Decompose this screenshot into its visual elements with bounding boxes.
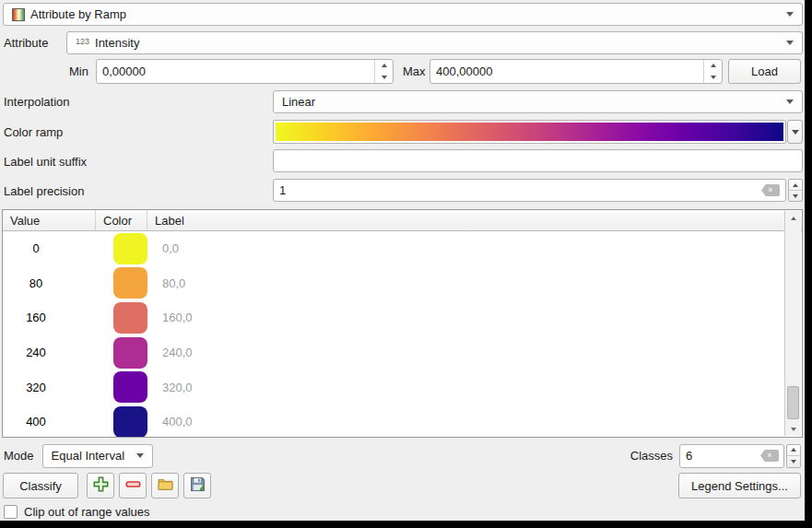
max-spin-up[interactable] [704, 60, 722, 72]
chevron-down-icon [136, 453, 144, 458]
load-button[interactable]: Load [728, 59, 801, 84]
save-ramp-button[interactable] [183, 473, 211, 499]
interpolation-label: Interpolation [4, 95, 70, 109]
class-color-swatch[interactable] [113, 267, 147, 299]
label-precision-field[interactable]: × [273, 179, 786, 202]
attribute-by-ramp-panel: Attribute by Ramp Attribute 123 Intensit… [0, 0, 805, 521]
classes-label: Classes [630, 449, 673, 463]
classes-spin-up[interactable] [787, 445, 800, 456]
class-color-swatch[interactable] [113, 337, 147, 369]
chevron-down-icon [786, 41, 794, 45]
table-scrollbar[interactable] [784, 211, 801, 436]
screenshot-frame: Attribute by Ramp Attribute 123 Intensit… [0, 0, 812, 528]
folder-icon [158, 476, 173, 495]
clear-value-icon[interactable]: × [760, 450, 779, 462]
mode-classes-row: Mode Equal Interval Classes × [4, 443, 801, 468]
color-ramp-menu-button[interactable] [787, 120, 803, 144]
chevron-down-icon [786, 100, 794, 104]
scrollbar-thumb[interactable] [787, 386, 799, 419]
class-label[interactable]: 400,0 [147, 415, 193, 428]
color-ramp-button[interactable] [273, 120, 786, 144]
table-row[interactable]: 160 160,0 [3, 300, 802, 335]
interpolation-select-value: Linear [282, 95, 315, 109]
attribute-select-value: Intensity [95, 36, 139, 50]
chevron-down-icon [786, 12, 794, 17]
table-row[interactable]: 320 320,0 [3, 370, 802, 405]
save-icon [190, 476, 206, 495]
classes-spin-down[interactable] [787, 455, 800, 467]
classes-spinner[interactable] [786, 444, 801, 468]
load-ramp-button[interactable] [151, 473, 179, 499]
max-label: Max [403, 65, 426, 78]
min-label: Min [69, 65, 88, 78]
classes-table: Value Color Label 0 0,0 80 80,0 160 160,… [2, 209, 803, 438]
label-unit-suffix-input[interactable] [274, 150, 802, 171]
numeric-field-icon: 123 [76, 37, 89, 46]
class-label[interactable]: 320,0 [147, 381, 193, 394]
min-spinbox[interactable] [96, 59, 394, 84]
table-row[interactable]: 0 0,0 [3, 231, 802, 266]
class-value[interactable]: 400 [3, 415, 69, 428]
class-label[interactable]: 160,0 [147, 311, 193, 324]
color-ramp-label: Color ramp [4, 125, 63, 139]
remove-class-button[interactable] [119, 473, 147, 499]
classes-spinbox[interactable]: × [679, 444, 784, 468]
table-row[interactable]: 400 400,0 [3, 405, 802, 438]
class-value[interactable]: 240 [3, 346, 69, 359]
table-header: Value Color Label [3, 210, 802, 231]
clip-checkbox[interactable] [4, 505, 18, 519]
classify-button[interactable]: Classify [3, 473, 78, 499]
attribute-select[interactable]: 123 Intensity [66, 31, 803, 54]
class-value[interactable]: 160 [3, 311, 69, 324]
actions-row: Classify [3, 473, 801, 499]
class-color-swatch[interactable] [113, 371, 147, 403]
precision-spin-up[interactable] [789, 180, 802, 190]
column-header-label: Label [147, 210, 802, 230]
scroll-down-icon[interactable] [785, 422, 801, 436]
label-precision-spinner[interactable] [788, 179, 803, 202]
minus-icon [125, 476, 141, 495]
class-label[interactable]: 0,0 [147, 241, 179, 255]
mode-select-value: Equal Interval [52, 449, 125, 463]
label-precision-label: Label precision [4, 184, 84, 198]
renderer-select[interactable]: Attribute by Ramp [3, 3, 803, 26]
renderer-select-value: Attribute by Ramp [30, 7, 126, 21]
classes-input[interactable] [680, 445, 760, 467]
column-header-value: Value [3, 210, 96, 230]
column-header-color: Color [96, 210, 147, 230]
table-row[interactable]: 80 80,0 [3, 266, 802, 301]
mode-select[interactable]: Equal Interval [42, 444, 153, 468]
interpolation-select[interactable]: Linear [273, 90, 803, 113]
max-spin-down[interactable] [704, 72, 722, 84]
label-unit-suffix-label: Label unit suffix [4, 155, 87, 169]
plus-icon [93, 476, 109, 495]
min-spin-down[interactable] [375, 72, 393, 84]
scroll-up-icon[interactable] [785, 211, 801, 225]
label-unit-suffix-field[interactable] [273, 149, 803, 172]
clip-row: Clip out of range values [4, 504, 150, 520]
color-ramp-bar [276, 123, 783, 141]
max-spinbox[interactable] [430, 59, 723, 84]
class-value[interactable]: 320 [3, 381, 69, 394]
class-label[interactable]: 240,0 [147, 346, 193, 359]
min-input[interactable] [97, 60, 374, 83]
class-value[interactable]: 0 [3, 241, 69, 255]
clear-value-icon[interactable]: × [761, 184, 780, 196]
clip-checkbox-label[interactable]: Clip out of range values [24, 505, 150, 519]
class-label[interactable]: 80,0 [147, 276, 185, 290]
class-color-swatch[interactable] [113, 302, 147, 334]
class-color-swatch[interactable] [113, 233, 147, 264]
max-input[interactable] [430, 60, 703, 83]
table-row[interactable]: 240 240,0 [3, 335, 802, 370]
min-spin-up[interactable] [375, 60, 393, 72]
class-value[interactable]: 80 [3, 276, 69, 290]
attribute-label: Attribute [4, 36, 48, 50]
chevron-down-icon [792, 130, 799, 135]
label-precision-input[interactable] [274, 180, 761, 201]
mode-label: Mode [4, 449, 34, 463]
precision-spin-down[interactable] [789, 190, 802, 201]
color-ramp-icon [12, 8, 25, 21]
legend-settings-button[interactable]: Legend Settings... [678, 473, 801, 499]
add-class-button[interactable] [87, 473, 114, 499]
class-color-swatch[interactable] [113, 406, 147, 438]
